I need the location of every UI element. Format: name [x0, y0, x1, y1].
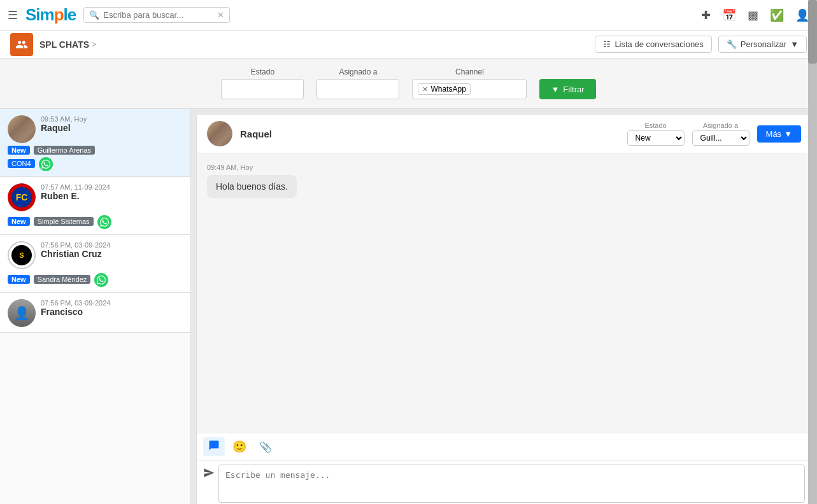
chat-contact-name: Raquel: [240, 129, 620, 139]
search-bar: 🔍 ✕: [83, 7, 230, 23]
conv-name-raquel: Raquel: [41, 123, 183, 133]
chat-estado-select[interactable]: New: [627, 130, 685, 146]
conv-time-francisco: 07:56 PM, 03-09-2024: [41, 299, 183, 307]
badge-agent-christian: Sandra Méndez: [34, 275, 91, 284]
conv-item-francisco[interactable]: 👤 07:56 PM, 03-09-2024 Francisco: [0, 293, 190, 333]
users-icon: [15, 38, 28, 51]
chat-meta: Estado New Asignado a Guill... Más ▼: [627, 122, 801, 146]
chart-icon[interactable]: ▩: [748, 8, 758, 22]
chat-avatar: [207, 121, 232, 146]
conversation-list: 09:53 AM, Hoy Raquel New Guillermo Arena…: [0, 109, 191, 504]
breadcrumb-title: SPL CHATS: [39, 39, 89, 50]
chat-asignado-select[interactable]: Guill...: [692, 130, 750, 146]
whatsapp-icon-christian: [94, 273, 108, 287]
channel-label: Channel: [412, 67, 527, 76]
personalizar-button[interactable]: 🔧 Personalizar ▼: [718, 36, 807, 53]
channel-input[interactable]: ✕ WhatsApp: [412, 79, 527, 99]
conv-info-raquel: 09:53 AM, Hoy Raquel: [41, 115, 183, 133]
chevron-down-icon-mas: ▼: [784, 129, 792, 139]
conv-info-francisco: 07:56 PM, 03-09-2024 Francisco: [41, 299, 183, 317]
filter-estado-group: Estado: [221, 67, 304, 99]
chat-input[interactable]: [218, 465, 805, 503]
avatar-francisco: 👤: [8, 299, 36, 327]
page-scrollbar[interactable]: [808, 0, 817, 504]
conv-badges-ruben: New Simple Sistemas: [8, 214, 183, 229]
send-button[interactable]: [203, 465, 215, 481]
meta-estado-group: Estado New: [627, 122, 685, 146]
user-icon[interactable]: 👤: [795, 8, 809, 22]
search-input[interactable]: [103, 10, 205, 20]
avatar-ruben: FC: [8, 183, 36, 211]
conv-time-raquel: 09:53 AM, Hoy: [41, 115, 183, 123]
asignado-input[interactable]: [316, 79, 399, 99]
wrench-icon: 🔧: [727, 39, 737, 49]
chat-header: Raquel Estado New Asignado a Guill... Má…: [197, 115, 811, 153]
estado-input[interactable]: [221, 79, 304, 99]
message-type-button[interactable]: [203, 437, 225, 456]
list-icon: ☷: [603, 39, 611, 49]
attachment-button[interactable]: 📎: [254, 438, 277, 456]
asignado-label: Asignado a: [316, 67, 399, 76]
list-conversations-button[interactable]: ☷ Lista de conversaciones: [595, 36, 711, 53]
chevron-down-icon: ▼: [790, 39, 799, 49]
breadcrumb-chevron: >: [92, 39, 97, 49]
main-content: 09:53 AM, Hoy Raquel New Guillermo Arena…: [0, 109, 817, 504]
chat-messages[interactable]: 09:49 AM, Hoy Hola buenos días.: [197, 153, 811, 433]
badge-agent-raquel: Guillermo Arenas: [34, 146, 95, 155]
filter-area: Estado Asignado a Channel ✕ WhatsApp ▼ F…: [0, 59, 817, 109]
chat-input-toolbar: 🙂 📎: [197, 433, 811, 461]
conv-name-ruben: Ruben E.: [41, 191, 183, 201]
search-icon: 🔍: [89, 10, 99, 20]
estado-label: Estado: [221, 67, 304, 76]
clear-search-icon[interactable]: ✕: [217, 10, 224, 20]
breadcrumb-actions: ☷ Lista de conversaciones 🔧 Personalizar…: [595, 36, 807, 53]
badge-new-raquel: New: [8, 146, 30, 155]
top-navbar: ☰ Simple 🔍 ✕ ✚ 📅 ▩ ✅ 👤: [0, 0, 817, 31]
conv-item-raquel[interactable]: 09:53 AM, Hoy Raquel New Guillermo Arena…: [0, 109, 190, 177]
channel-x-button[interactable]: ✕: [422, 85, 428, 94]
badge-new-ruben: New: [8, 217, 30, 226]
hamburger-icon[interactable]: ☰: [8, 8, 18, 22]
filter-icon: ▼: [551, 85, 559, 94]
message-bubble: Hola buenos días.: [207, 175, 297, 198]
check-icon[interactable]: ✅: [770, 8, 784, 22]
conv-time-ruben: 07:57 AM, 11-09-2024: [41, 183, 183, 191]
conv-item-ruben[interactable]: FC 07:57 AM, 11-09-2024 Ruben E. New Sim…: [0, 177, 190, 235]
scrollbar-thumb[interactable]: [808, 0, 817, 64]
chat-panel: Raquel Estado New Asignado a Guill... Má…: [196, 114, 812, 504]
message-time: 09:49 AM, Hoy: [207, 164, 801, 171]
chat-input-area: 🙂 📎: [197, 433, 811, 504]
conv-badges-christian: New Sandra Méndez: [8, 272, 183, 287]
conv-time-christian: 07:56 PM, 03-09-2024: [41, 241, 183, 249]
conv-name-christian: Christian Cruz: [41, 249, 183, 259]
breadcrumb-icon-bg: [10, 33, 33, 56]
chat-estado-label: Estado: [644, 122, 666, 129]
filter-channel-group: Channel ✕ WhatsApp: [412, 67, 527, 99]
add-icon[interactable]: ✚: [701, 8, 711, 22]
breadcrumb-bar: SPL CHATS > ☷ Lista de conversaciones 🔧 …: [0, 31, 817, 59]
badge-new-christian: New: [8, 275, 30, 284]
badge-agent-ruben: Simple Sistemas: [34, 217, 94, 226]
app-logo: Simple: [25, 5, 76, 25]
calendar-icon[interactable]: 📅: [722, 8, 736, 22]
filtrar-button[interactable]: ▼ Filtrar: [539, 79, 595, 99]
nav-icons: ✚ 📅 ▩ ✅ 👤: [701, 8, 809, 22]
conv-info-ruben: 07:57 AM, 11-09-2024 Ruben E.: [41, 183, 183, 201]
chat-input-wrapper: [197, 461, 811, 504]
mas-button[interactable]: Más ▼: [757, 125, 801, 143]
meta-asignado-group: Asignado a Guill...: [692, 122, 750, 146]
avatar-raquel: [8, 115, 36, 143]
badge-con4-raquel: CON4: [8, 159, 35, 168]
channel-tag-whatsapp: ✕ WhatsApp: [418, 83, 470, 95]
avatar-christian: S: [8, 241, 36, 269]
emoji-button[interactable]: 🙂: [227, 437, 252, 456]
conv-name-francisco: Francisco: [41, 307, 183, 317]
conv-badges-raquel: New Guillermo Arenas: [8, 146, 183, 155]
whatsapp-icon-raquel: [39, 157, 53, 171]
whatsapp-icon-ruben: [97, 215, 111, 229]
conv-info-christian: 07:56 PM, 03-09-2024 Christian Cruz: [41, 241, 183, 259]
filter-asignado-group: Asignado a: [316, 67, 399, 99]
conv-item-christian[interactable]: S 07:56 PM, 03-09-2024 Christian Cruz Ne…: [0, 235, 190, 293]
chat-asignado-label: Asignado a: [703, 122, 738, 129]
